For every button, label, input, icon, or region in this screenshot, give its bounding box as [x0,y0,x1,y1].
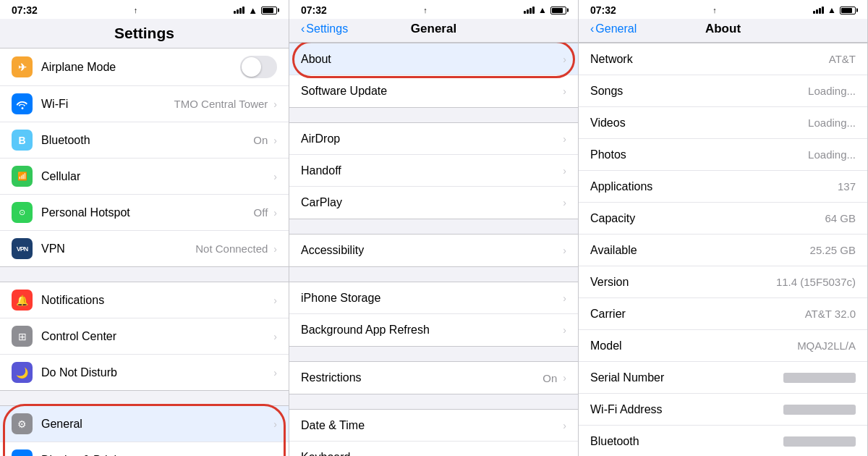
settings-row-general[interactable]: ⚙ General › [0,406,289,442]
restrictions-label: Restrictions [301,371,542,384]
airplane-icon: ✈ [12,56,33,77]
vpn-content: VPN [41,242,195,256]
control-center-label: Control Center [41,330,273,343]
settings-row-control-center[interactable]: ⊞ Control Center › [0,318,289,355]
about-bluetooth-label: Bluetooth [590,435,639,448]
about-group: Network AT&T Songs Loading... Videos Loa… [579,43,867,456]
applications-value: 137 [838,180,856,193]
general-row-background-refresh[interactable]: Background App Refresh › [289,314,578,346]
signal-icon-3 [813,7,824,14]
bluetooth-redacted [783,436,856,447]
general-group-datetime: Date & Time › Keyboard › [289,409,578,456]
control-center-right: › [273,331,277,342]
time-3: 07:32 [590,4,616,16]
vpn-value: Not Connected [195,242,268,255]
general-row-airdrop[interactable]: AirDrop › [289,123,578,155]
about-row-wifi-address: Wi-Fi Address [579,394,867,426]
general-row-about[interactable]: About › [289,43,578,75]
songs-label: Songs [590,85,623,98]
signal-icon-2 [524,7,535,14]
about-row-photos: Photos Loading... [579,139,867,171]
hotspot-label: Personal Hotspot [41,206,254,219]
hotspot-icon: ⊙ [12,202,33,223]
back-to-general[interactable]: ‹ General [590,22,637,35]
restrictions-value: On [542,372,557,384]
bluetooth-label: Bluetooth [41,134,253,147]
arrow-icon-2: ↑ [423,6,427,14]
back-label: Settings [306,22,348,35]
keyboard-chevron: › [563,452,566,456]
version-value: 11.4 (15F5037c) [776,276,856,288]
background-refresh-chevron: › [563,324,566,336]
battery-icon-1 [261,7,277,14]
general-group-top: About › Software Update › [289,43,578,108]
songs-value: Loading... [808,85,856,97]
airplane-toggle[interactable] [240,56,277,78]
general-row-keyboard[interactable]: Keyboard › [289,442,578,456]
settings-row-bluetooth[interactable]: B Bluetooth On › [0,122,289,159]
software-update-label: Software Update [301,85,563,98]
airplane-label: Airplane Mode [41,61,240,74]
settings-group-notifications: 🔔 Notifications › ⊞ Control Center › [0,282,289,391]
general-group-storage: iPhone Storage › Background App Refresh … [289,282,578,347]
cellular-content: Cellular [41,170,273,183]
dnd-chevron: › [273,367,277,379]
arrow-icon-1: ↑ [134,6,138,14]
settings-group-general: ⚙ General › AA Display & Brightness › [0,405,289,456]
general-label: General [41,418,273,431]
settings-list[interactable]: ✈ Airplane Mode Wi-Fi TMO Central Tower [0,48,289,456]
general-row-software-update[interactable]: Software Update › [289,75,578,107]
about-list[interactable]: Network AT&T Songs Loading... Videos Loa… [579,43,867,456]
wifi-icon-2: ▲ [538,5,547,15]
network-value: AT&T [829,53,856,65]
display-label: Display & Brightness [41,454,273,457]
general-content: General [41,418,273,431]
dnd-label: Do Not Disturb [41,366,273,379]
settings-row-airplane[interactable]: ✈ Airplane Mode [0,48,289,86]
date-time-chevron: › [563,420,566,431]
general-row-date-time[interactable]: Date & Time › [289,410,578,442]
cellular-chevron: › [273,171,277,182]
general-row-restrictions[interactable]: Restrictions On › [289,362,578,394]
about-row-songs: Songs Loading... [579,75,867,107]
about-row-capacity: Capacity 64 GB [579,203,867,235]
settings-title: Settings [114,25,174,42]
vpn-right: Not Connected › [195,242,277,255]
back-to-settings[interactable]: ‹ Settings [301,22,348,35]
about-row-version: Version 11.4 (15F5037c) [579,266,867,298]
general-row-carplay[interactable]: CarPlay › [289,187,578,219]
bluetooth-icon: B [12,130,33,151]
time-2: 07:32 [301,4,327,16]
general-row-accessibility[interactable]: Accessibility › [289,235,578,266]
about-row-applications: Applications 137 [579,171,867,203]
notifications-label: Notifications [41,294,273,307]
bluetooth-content: Bluetooth [41,134,253,147]
settings-row-display[interactable]: AA Display & Brightness › [0,442,289,456]
general-right: › [273,418,277,430]
settings-row-hotspot[interactable]: ⊙ Personal Hotspot Off › [0,195,289,231]
wifi-label: Wi-Fi [41,98,174,111]
general-row-iphone-storage[interactable]: iPhone Storage › [289,282,578,314]
settings-row-vpn[interactable]: VPN VPN Not Connected › [0,231,289,266]
iphone-storage-chevron: › [563,292,566,304]
wifi-icon-1: ▲ [248,5,258,16]
handoff-label: Handoff [301,164,563,177]
notifications-content: Notifications [41,294,273,307]
settings-row-wifi[interactable]: Wi-Fi TMO Central Tower › [0,86,289,122]
dnd-right: › [273,367,277,379]
wifi-chevron: › [273,98,277,110]
general-list[interactable]: About › Software Update › AirDrop › Hand… [289,43,578,456]
settings-row-cellular[interactable]: 📶 Cellular › [0,159,289,195]
about-nav-bar: ‹ General About [579,19,867,43]
bluetooth-right: On › [253,134,277,146]
general-row-handoff[interactable]: Handoff › [289,155,578,187]
wifi-address-label: Wi-Fi Address [590,403,663,416]
videos-label: Videos [590,117,626,130]
wifi-content: Wi-Fi [41,98,174,111]
about-row-serial: Serial Number [579,362,867,394]
settings-row-dnd[interactable]: 🌙 Do Not Disturb › [0,355,289,390]
model-label: Model [590,339,622,352]
status-icons-2: ▲ [524,5,566,15]
settings-row-notifications[interactable]: 🔔 Notifications › [0,282,289,318]
display-icon: AA [12,449,33,456]
